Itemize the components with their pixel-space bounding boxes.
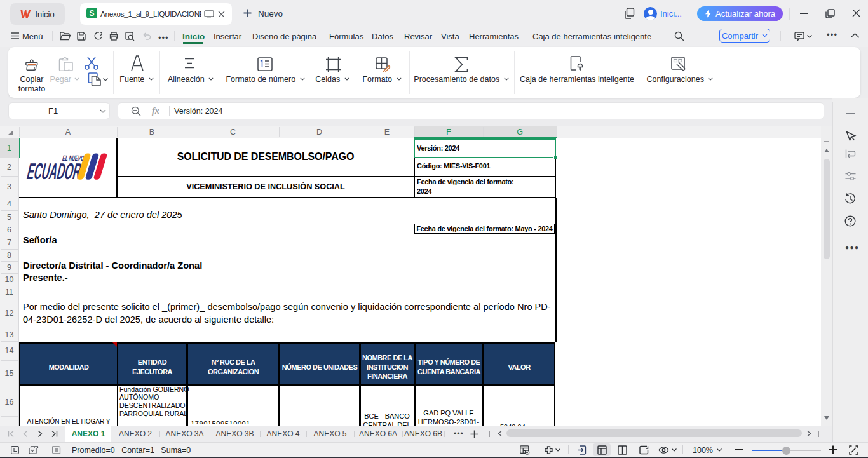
- svg-text:ECUADOR: ECUADOR: [25, 158, 84, 182]
